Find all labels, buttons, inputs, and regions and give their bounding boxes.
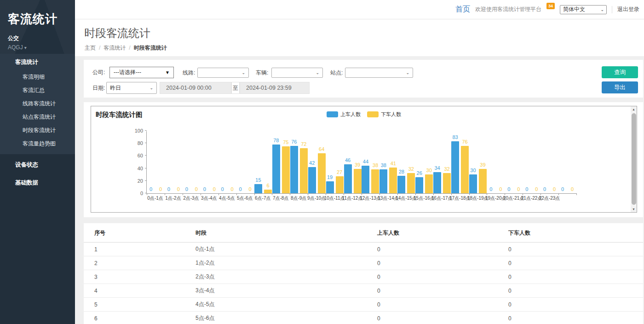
table-cell: 0 xyxy=(367,256,498,270)
bar-下车人数[interactable]: 64 xyxy=(318,153,326,193)
bar-value-label: 30 xyxy=(470,168,476,173)
bar-group: 4438 xyxy=(362,131,380,193)
sidebar-item-device-status[interactable]: 设备状态 xyxy=(0,156,75,174)
sidebar-subitem[interactable]: 时段客流统计 xyxy=(0,124,75,137)
breadcrumb-separator: / xyxy=(99,45,100,51)
company-select[interactable]: ---请选择--- ▼ xyxy=(109,67,174,78)
table-header-row: 序号 时段 上车人数 下车人数 xyxy=(84,223,643,243)
breadcrumb-item[interactable]: 主页 xyxy=(85,45,96,51)
bar-value-label: 46 xyxy=(345,157,351,163)
bar-value-label: 0 xyxy=(525,186,528,192)
export-button[interactable]: 导出 xyxy=(602,81,638,93)
breadcrumb: 主页/客流统计/时段客流统计 xyxy=(85,44,167,52)
sidebar-item-passenger-stats[interactable]: 客流统计 xyxy=(0,54,75,70)
account-menu[interactable]: AQGJ▾ xyxy=(8,44,75,51)
bar-value-label: 34 xyxy=(434,165,440,171)
sidebar-subitem[interactable]: 客流量趋势图 xyxy=(0,137,75,150)
bar-value-label: 0 xyxy=(561,186,564,192)
table-cell: 0 xyxy=(498,256,643,270)
date-preset-select[interactable]: 昨日 ⌄ xyxy=(106,82,157,94)
bar-value-label: 0 xyxy=(499,186,502,192)
notification-badge[interactable]: 34 xyxy=(546,3,555,9)
bar-value-label: 76 xyxy=(462,139,467,145)
scroll-down-icon[interactable]: ▼ xyxy=(631,206,637,212)
col-header-alighting: 下车人数 xyxy=(498,223,643,243)
date-label: 日期: xyxy=(92,82,105,94)
date-start-input[interactable]: 2024-01-09 00:00 xyxy=(160,82,231,94)
bar-上车人数[interactable]: 83 xyxy=(451,141,459,193)
home-link[interactable]: 首页 xyxy=(455,5,470,14)
bar-上车人数[interactable]: 38 xyxy=(380,169,387,193)
bar-上车人数[interactable]: 42 xyxy=(308,167,316,193)
bar-上车人数[interactable]: 30 xyxy=(469,174,477,193)
bar-上车人数[interactable]: 44 xyxy=(362,166,369,193)
bar-上车人数[interactable]: 15 xyxy=(254,184,262,193)
page-header: 时段客流统计 主页/客流统计/时段客流统计 xyxy=(75,19,644,56)
bar-上车人数[interactable]: 26 xyxy=(415,177,423,193)
bar-上车人数[interactable]: 19 xyxy=(326,181,334,193)
bar-下车人数[interactable]: 41 xyxy=(389,168,397,193)
bar-value-label: 0 xyxy=(159,186,162,192)
sidebar-item-base-data[interactable]: 基础数据 xyxy=(0,174,75,192)
bar-value-label: 0 xyxy=(231,186,234,192)
vehicle-select[interactable]: ⌄ xyxy=(271,68,323,78)
bar-value-label: 0 xyxy=(239,186,242,192)
bar-下车人数[interactable]: 27 xyxy=(336,176,344,193)
sidebar-subitem[interactable]: 线路客流统计 xyxy=(0,97,75,110)
bar-group: 7875 xyxy=(272,131,290,193)
y-axis-tick-label: 100 xyxy=(135,128,143,133)
table-row: 54点-5点00 xyxy=(84,298,643,312)
bar-上车人数[interactable]: 28 xyxy=(397,176,405,193)
vehicle-label: 车辆: xyxy=(256,67,268,79)
language-select[interactable]: 简体中文 ⌄ xyxy=(560,5,607,14)
bar-上车人数[interactable]: 34 xyxy=(433,172,441,193)
table-cell: 2点-3点 xyxy=(185,270,367,284)
bar-group: 00 xyxy=(236,131,254,193)
bar-下车人数[interactable]: 6 xyxy=(264,190,272,193)
station-select[interactable]: ⌄ xyxy=(345,68,413,78)
bar-value-label: 0 xyxy=(167,186,170,192)
bar-group: 8376 xyxy=(451,131,469,193)
bar-value-label: 0 xyxy=(177,186,180,192)
logout-link[interactable]: 退出登录 xyxy=(617,6,639,13)
table-cell: 0 xyxy=(498,312,643,324)
bar-group: 7672 xyxy=(290,131,308,193)
bar-group: 4639 xyxy=(344,131,362,193)
scrollbar-thumb[interactable] xyxy=(632,113,636,205)
legend-item[interactable]: 下车人数 xyxy=(367,111,401,118)
sidebar-subitem[interactable]: 客流明细 xyxy=(0,70,75,84)
bar-下车人数[interactable]: 32 xyxy=(407,173,415,193)
bar-下车人数[interactable]: 32 xyxy=(443,173,451,193)
bar-下车人数[interactable]: 30 xyxy=(425,174,433,193)
chart-scrollbar[interactable]: ▲ ▼ xyxy=(631,106,637,212)
bar-下车人数[interactable]: 72 xyxy=(300,148,308,193)
bar-上车人数[interactable]: 76 xyxy=(290,146,298,193)
breadcrumb-separator: / xyxy=(129,45,130,51)
hourly-stats-table: 序号 时段 上车人数 下车人数 10点-1点0021点-2点0032点-3点00… xyxy=(84,223,643,324)
bar-上车人数[interactable]: 78 xyxy=(272,145,280,193)
hourly-traffic-chart: 时段车流统计图 上车人数下车人数 02040608010000000000000… xyxy=(91,106,637,213)
bar-value-label: 41 xyxy=(391,161,396,166)
col-header-boarding: 上车人数 xyxy=(367,223,498,243)
bar-下车人数[interactable]: 39 xyxy=(354,169,362,193)
bar-下车人数[interactable]: 38 xyxy=(371,169,379,193)
query-button[interactable]: 查询 xyxy=(602,66,638,78)
language-value: 简体中文 xyxy=(563,6,585,13)
bar-上车人数[interactable]: 46 xyxy=(344,164,352,193)
table-row: 10点-1点00 xyxy=(84,243,643,256)
breadcrumb-item[interactable]: 客流统计 xyxy=(104,45,126,51)
bar-value-label: 0 xyxy=(571,186,574,192)
sidebar-subitem[interactable]: 客流汇总 xyxy=(0,84,75,97)
scroll-up-icon[interactable]: ▲ xyxy=(631,106,637,112)
bar-value-label: 28 xyxy=(399,169,404,174)
x-axis-category-label: 5点-6点 xyxy=(237,195,253,202)
table-cell: 3点-4点 xyxy=(185,284,367,298)
sidebar-subitem[interactable]: 站点客流统计 xyxy=(0,110,75,124)
legend-item[interactable]: 上车人数 xyxy=(327,111,361,118)
line-select[interactable]: ⌄ xyxy=(197,68,249,78)
x-axis-category-label: 6点-7点 xyxy=(255,195,270,202)
bar-下车人数[interactable]: 76 xyxy=(461,146,469,193)
date-end-input[interactable]: 2024-01-09 23:59 xyxy=(240,82,310,94)
bar-下车人数[interactable]: 39 xyxy=(479,169,487,193)
bar-下车人数[interactable]: 75 xyxy=(282,146,290,193)
